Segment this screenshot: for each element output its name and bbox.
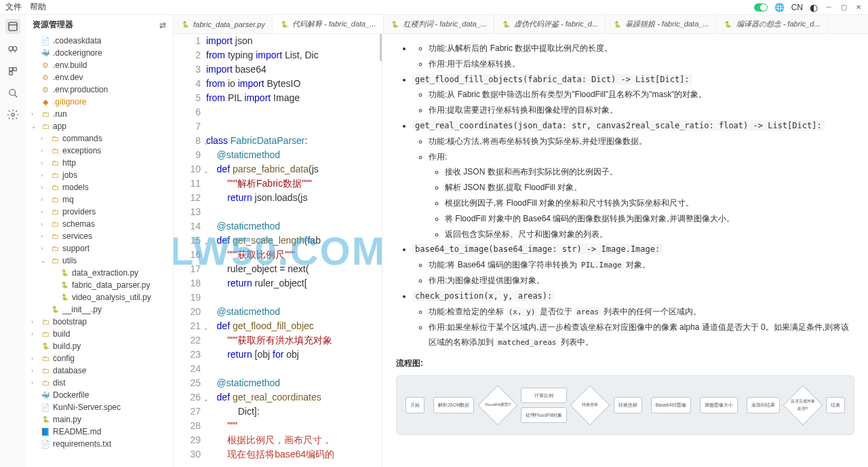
maximize-button[interactable]: ▢ <box>840 3 848 12</box>
editor-tab[interactable]: 🐍虚伪代码评鉴 - fabric_d... <box>494 15 606 33</box>
close-button[interactable]: ✕ <box>854 3 863 12</box>
code-line[interactable]: def parse_fabric_data(js <box>206 162 382 176</box>
folder-item[interactable]: ›🗀config <box>26 352 173 365</box>
activity-bar <box>0 15 26 467</box>
brain-icon[interactable] <box>7 43 19 56</box>
code-line[interactable] <box>206 105 382 119</box>
code-line[interactable]: @staticmethod <box>206 376 382 390</box>
folder-item[interactable]: ⌄🗀app <box>26 120 173 132</box>
file-item[interactable]: ⚙.env.production <box>26 83 173 96</box>
code-line[interactable]: 现在包括将base64编码的 <box>206 447 382 462</box>
code-line[interactable] <box>206 291 382 305</box>
folder-item[interactable]: ›🗀models <box>26 181 173 193</box>
file-item[interactable]: 📘README.md <box>26 426 173 438</box>
folder-item[interactable]: ›🗀build <box>26 328 173 340</box>
minimap[interactable] <box>380 34 382 61</box>
file-item[interactable]: 🐍fabric_data_parser.py <box>26 279 173 291</box>
code-line[interactable]: return [obj for obj <box>206 348 382 362</box>
file-item[interactable]: 🐳.dockerignore <box>26 47 173 59</box>
collapse-icon[interactable]: ⇄ <box>159 20 166 30</box>
code-line[interactable]: @staticmethod <box>206 305 382 319</box>
file-item[interactable]: 🐍video_analysis_util.py <box>26 291 173 303</box>
documentation-pane[interactable]: 功能:从解析后的 Fabric 数据中提取比例尺的长度。作用:用于后续坐标转换。… <box>382 34 868 467</box>
fc-node: 解析JSON数据 <box>433 397 475 413</box>
code-line[interactable]: def get_real_coordinates <box>206 390 382 405</box>
menubar: 文件 帮助 🌐 CN ◐ ─ ▢ ✕ <box>0 0 868 15</box>
menu-file[interactable]: 文件 <box>5 1 22 13</box>
github-icon[interactable]: ◐ <box>810 2 818 13</box>
file-item[interactable]: ◆.gitignore <box>26 96 173 108</box>
doc-text: 功能:从 Fabric 数据中筛选出所有类型为"FloodFill"且名称不为"… <box>429 87 854 102</box>
code-line[interactable]: def get_scale_length(fab <box>206 234 382 248</box>
folder-item[interactable]: ›🗀jobs <box>26 169 173 181</box>
folder-item[interactable]: ›🗀http <box>26 157 173 169</box>
code-line[interactable]: return ruler_object[ <box>206 276 382 291</box>
code-line[interactable]: 根据比例尺，画布尺寸， <box>206 433 382 447</box>
folder-item[interactable]: ›🗀support <box>26 242 173 255</box>
file-item[interactable]: ⚙.env.build <box>26 59 173 71</box>
file-item[interactable]: 📄KunNi-Server.spec <box>26 401 173 413</box>
file-item[interactable]: ⚙.env.dev <box>26 71 173 83</box>
plugin-icon[interactable] <box>7 65 19 77</box>
code-line[interactable]: ruler_object = next( <box>206 262 382 276</box>
folder-item[interactable]: ›🗀.run <box>26 108 173 120</box>
code-line[interactable]: import base64 <box>206 62 382 77</box>
folder-item[interactable]: ›🗀exceptions <box>26 145 173 157</box>
toggle-switch[interactable] <box>754 3 768 12</box>
folder-item[interactable]: ›🗀schemas <box>26 218 173 230</box>
code-editor[interactable]: 12345678⌄910⌄1112131415⌄161718192021⌄222… <box>174 34 382 467</box>
code-line[interactable]: """获取比例尺""" <box>206 248 382 262</box>
code-line[interactable]: Dict]: <box>206 405 382 419</box>
code-line[interactable]: from io import BytesIO <box>206 77 382 91</box>
folder-item[interactable]: ›🗀mq <box>26 193 173 206</box>
code-line[interactable] <box>206 362 382 376</box>
code-line[interactable] <box>206 119 382 134</box>
code-line[interactable]: """获取所有洪水填充对象 <box>206 333 382 348</box>
search-icon[interactable] <box>7 87 19 99</box>
file-item[interactable]: 🐍__init__.py <box>26 303 173 316</box>
editor-tab[interactable]: 🐍暴躁猫娘 - fabric_data_... <box>606 15 717 33</box>
editor-tab[interactable]: 🐍红楼判词 - fabric_data_... <box>384 15 495 33</box>
settings-icon[interactable] <box>7 109 19 121</box>
folder-item[interactable]: ›🗀providers <box>26 206 173 218</box>
code-line[interactable]: from typing import List, Dic <box>206 48 382 62</box>
folder-item[interactable]: ⌄🗀utils <box>26 255 173 267</box>
minimize-button[interactable]: ─ <box>825 3 833 12</box>
file-item[interactable]: 🐍data_extraction.py <box>26 267 173 279</box>
svg-rect-5 <box>9 72 13 75</box>
folder-item[interactable]: ›🗀services <box>26 230 173 242</box>
folder-item[interactable]: ›🗀database <box>26 365 173 377</box>
code-line[interactable]: """ <box>206 419 382 433</box>
file-item[interactable]: 🐍build.py <box>26 340 173 352</box>
code-line[interactable]: def get_flood_fill_objec <box>206 319 382 333</box>
editor-tab[interactable]: 🐍编译器の怨念 - fabric_d... <box>717 15 828 33</box>
code-line[interactable]: """解析Fabric数据""" <box>206 176 382 191</box>
fc-decision: FloodFill类型? <box>477 385 517 425</box>
file-tree[interactable]: 📄.codeaskdata🐳.dockerignore⚙.env.build⚙.… <box>26 35 173 467</box>
file-item[interactable]: 🐳Dockerfile <box>26 389 173 401</box>
file-item[interactable]: 🐍main.py <box>26 413 173 426</box>
code-line[interactable]: import json <box>206 34 382 48</box>
editor-tab[interactable]: 🐍代码解释 - fabric_data_... <box>273 15 384 33</box>
code-line[interactable]: class FabricDataParser: <box>206 134 382 148</box>
doc-text: 解析 JSON 数据,提取 FloodFill 对象。 <box>445 180 854 195</box>
doc-text: 作用:接收 JSON 数据和画布到实际比例的比例因子。解析 JSON 数据,提取… <box>429 149 854 242</box>
code-line[interactable]: from PIL import Image <box>206 91 382 105</box>
folder-item[interactable]: ›🗀commands <box>26 132 173 145</box>
code-line[interactable]: @staticmethod <box>206 148 382 162</box>
folder-item[interactable]: ›🗀dist <box>26 377 173 389</box>
menu-help[interactable]: 帮助 <box>30 1 46 13</box>
doc-text: 功能:核心方法,将画布坐标转换为实际坐标,并处理图像数据。 <box>429 134 854 149</box>
code-line[interactable]: return json.loads(js <box>206 191 382 205</box>
file-item[interactable]: 📄requirements.txt <box>26 438 173 450</box>
explorer-icon[interactable] <box>5 19 20 34</box>
file-item[interactable]: 📄.codeaskdata <box>26 35 173 47</box>
doc-text: 功能:将 Base64 编码的图像字符串转换为 PIL.Image 对象。 <box>429 257 854 273</box>
doc-text: 功能:从解析后的 Fabric 数据中提取比例尺的长度。 <box>429 41 854 56</box>
code-line[interactable]: @staticmethod <box>206 219 382 234</box>
folder-item[interactable]: ›🗀bootstrap <box>26 316 173 328</box>
code-line[interactable] <box>206 205 382 219</box>
globe-icon[interactable]: 🌐 <box>774 3 785 12</box>
svg-point-6 <box>9 90 16 96</box>
editor-tab[interactable]: 🐍fabric_data_parser.py <box>174 15 273 33</box>
